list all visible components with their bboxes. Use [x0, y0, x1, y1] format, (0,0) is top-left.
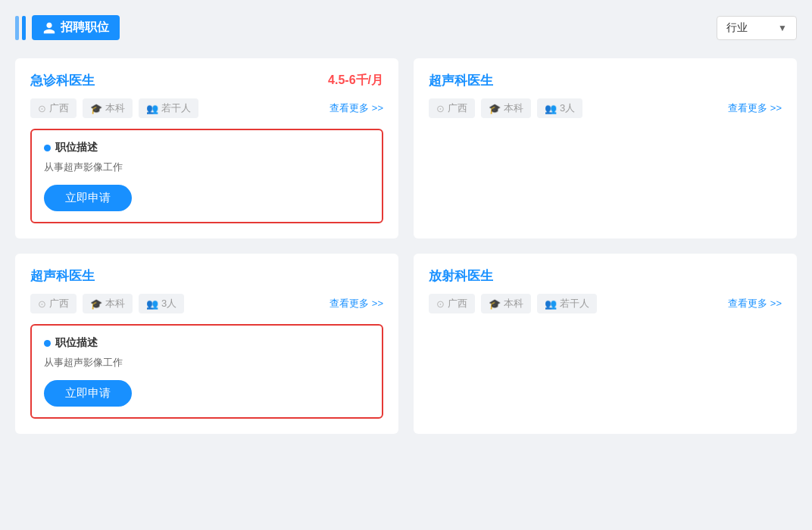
page-title-badge: 招聘职位 — [32, 15, 120, 40]
education-icon-3: 🎓 — [90, 298, 102, 310]
education-icon-4: 🎓 — [489, 298, 501, 310]
tag-education-2: 🎓 本科 — [481, 98, 531, 118]
job-card-3: 超声科医生 ⊙ 广西 🎓 本科 👥 3人 查看更多 >> 职位描述 从事超声影像… — [15, 254, 398, 434]
job-title-row-2: 超声科医生 — [429, 72, 782, 89]
industry-dropdown[interactable]: 行业 ▼ — [717, 16, 797, 40]
header-left: 招聘职位 — [15, 15, 120, 40]
tag-text-location-2: 广西 — [448, 101, 467, 115]
job-title-row-4: 放射科医生 — [429, 267, 782, 285]
tag-text-people-3: 3人 — [161, 297, 176, 310]
detail-box-1: 职位描述 从事超声影像工作 立即申请 — [30, 129, 383, 223]
user-icon — [42, 21, 56, 35]
job-title-2: 超声科医生 — [429, 72, 493, 89]
detail-title-row-1: 职位描述 — [44, 141, 370, 154]
tag-location-2: ⊙ 广西 — [429, 98, 475, 118]
view-more-1[interactable]: 查看更多 >> — [329, 101, 383, 115]
tag-education-3: 🎓 本科 — [83, 294, 133, 313]
dot-icon-3 — [44, 340, 51, 347]
tag-text-location-4: 广西 — [448, 297, 467, 310]
education-icon-1: 🎓 — [90, 103, 102, 114]
location-icon-1: ⊙ — [38, 103, 46, 114]
job-title-3: 超声科医生 — [30, 267, 95, 285]
tag-text-location-1: 广西 — [49, 101, 69, 115]
view-more-2[interactable]: 查看更多 >> — [728, 101, 782, 115]
detail-desc-3: 从事超声影像工作 — [44, 356, 370, 369]
tag-people-1: 👥 若干人 — [139, 98, 198, 118]
job-title-4: 放射科医生 — [429, 267, 493, 285]
jobs-grid: 急诊科医生 4.5-6千/月 ⊙ 广西 🎓 本科 👥 若干人 查看更多 >> 职… — [15, 58, 797, 434]
page-title: 招聘职位 — [61, 20, 109, 36]
tag-text-location-3: 广西 — [49, 297, 69, 310]
tag-education-1: 🎓 本科 — [83, 98, 133, 118]
education-icon-2: 🎓 — [489, 103, 501, 114]
detail-desc-1: 从事超声影像工作 — [44, 161, 370, 174]
job-salary-1: 4.5-6千/月 — [328, 73, 383, 89]
job-card-4: 放射科医生 ⊙ 广西 🎓 本科 👥 若干人 查看更多 >> — [414, 254, 797, 434]
detail-section-title-1: 职位描述 — [55, 141, 98, 154]
detail-title-row-3: 职位描述 — [44, 336, 370, 350]
industry-label: 行业 — [726, 21, 748, 35]
tag-text-education-4: 本科 — [504, 297, 523, 310]
job-title-row-1: 急诊科医生 4.5-6千/月 — [30, 72, 383, 89]
tag-text-education-2: 本科 — [504, 101, 523, 115]
tag-text-people-4: 若干人 — [560, 297, 589, 310]
tag-location-3: ⊙ 广西 — [30, 294, 77, 313]
job-card-2: 超声科医生 ⊙ 广西 🎓 本科 👥 3人 查看更多 >> — [414, 58, 797, 238]
apply-button-3[interactable]: 立即申请 — [44, 380, 132, 407]
people-icon-1: 👥 — [146, 103, 158, 114]
location-icon-4: ⊙ — [436, 298, 445, 310]
tag-text-education-1: 本科 — [105, 101, 125, 115]
tag-text-people-1: 若干人 — [161, 101, 191, 115]
job-title-row-3: 超声科医生 — [30, 267, 383, 285]
tag-location-1: ⊙ 广西 — [30, 98, 77, 118]
bar-1 — [15, 16, 19, 40]
decorative-bars — [15, 16, 26, 40]
job-tags-row-2: ⊙ 广西 🎓 本科 👥 3人 查看更多 >> — [429, 98, 782, 118]
detail-box-3: 职位描述 从事超声影像工作 立即申请 — [30, 324, 383, 419]
tag-text-people-2: 3人 — [560, 101, 575, 115]
view-more-3[interactable]: 查看更多 >> — [329, 297, 383, 310]
chevron-down-icon: ▼ — [778, 23, 787, 33]
tag-people-2: 👥 3人 — [537, 98, 582, 118]
people-icon-2: 👥 — [545, 103, 557, 114]
tag-people-4: 👥 若干人 — [537, 294, 597, 313]
location-icon-2: ⊙ — [436, 103, 445, 114]
people-icon-3: 👥 — [146, 298, 158, 310]
location-icon-3: ⊙ — [38, 298, 46, 310]
job-tags-row-3: ⊙ 广西 🎓 本科 👥 3人 查看更多 >> — [30, 294, 383, 313]
job-card-1: 急诊科医生 4.5-6千/月 ⊙ 广西 🎓 本科 👥 若干人 查看更多 >> 职… — [15, 58, 398, 238]
dot-icon-1 — [44, 145, 51, 151]
tag-people-3: 👥 3人 — [139, 294, 184, 313]
tag-education-4: 🎓 本科 — [481, 294, 531, 313]
job-tags-row-1: ⊙ 广西 🎓 本科 👥 若干人 查看更多 >> — [30, 98, 383, 118]
detail-section-title-3: 职位描述 — [55, 336, 98, 350]
job-title-1: 急诊科医生 — [30, 72, 95, 89]
view-more-4[interactable]: 查看更多 >> — [728, 297, 782, 310]
tag-location-4: ⊙ 广西 — [429, 294, 475, 313]
bar-2 — [22, 16, 26, 40]
tag-text-education-3: 本科 — [105, 297, 125, 310]
apply-button-1[interactable]: 立即申请 — [44, 185, 132, 211]
people-icon-4: 👥 — [545, 298, 557, 310]
page-header: 招聘职位 行业 ▼ — [15, 15, 797, 40]
job-tags-row-4: ⊙ 广西 🎓 本科 👥 若干人 查看更多 >> — [429, 294, 782, 313]
